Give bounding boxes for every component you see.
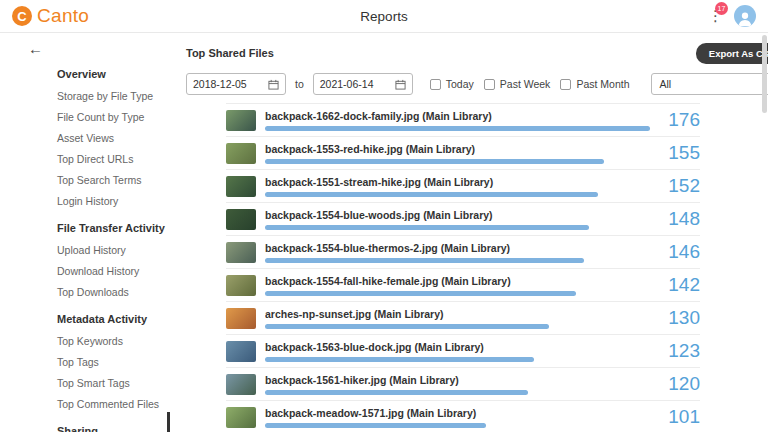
- share-count-value: 123: [650, 340, 700, 362]
- sidebar-item-label: Top Downloads: [57, 286, 129, 298]
- shared-files-list: backpack-1662-dock-family.jpg (Main Libr…: [226, 103, 700, 432]
- sidebar-item-file-count-by-type[interactable]: File Count by Type: [57, 106, 170, 127]
- sidebar-item-asset-views[interactable]: Asset Views: [57, 127, 170, 148]
- file-thumbnail: [226, 407, 256, 428]
- export-csv-button[interactable]: Export As CSV: [696, 43, 768, 64]
- back-arrow-icon[interactable]: ←: [28, 41, 44, 57]
- section-title: Top Shared Files: [186, 47, 274, 59]
- sidebar-item-label: Top Tags: [57, 356, 99, 368]
- sidebar-item-label: Top Smart Tags: [57, 377, 130, 389]
- share-count-value: 146: [650, 241, 700, 263]
- table-row[interactable]: backpack-1554-fall-hike-female.jpg (Main…: [226, 269, 700, 302]
- file-thumbnail: [226, 374, 256, 395]
- file-name: backpack-1554-fall-hike-female.jpg (Main…: [265, 275, 650, 287]
- file-thumbnail: [226, 308, 256, 329]
- checkbox-box[interactable]: [484, 79, 495, 90]
- kebab-menu-icon[interactable]: ⋮ 17: [708, 7, 720, 25]
- file-name: backpack-1563-blue-dock.jpg (Main Librar…: [265, 341, 650, 353]
- sidebar-nav: OverviewStorage by File TypeFile Count b…: [57, 68, 170, 432]
- sidebar-item-label: Upload History: [57, 244, 126, 256]
- share-count-value: 142: [650, 274, 700, 296]
- share-count-bar: [265, 192, 598, 197]
- canto-logo-text: Canto: [37, 5, 89, 27]
- share-count-value: 148: [650, 208, 700, 230]
- calendar-icon: [268, 79, 279, 90]
- date-range-to-label: to: [295, 78, 304, 90]
- file-thumbnail: [226, 143, 256, 164]
- share-count-bar: [265, 291, 576, 296]
- file-name: backpack-1554-blue-thermos-2.jpg (Main L…: [265, 242, 650, 254]
- share-count-value: 152: [650, 175, 700, 197]
- share-count-bar: [265, 159, 604, 164]
- table-row[interactable]: backpack-1554-blue-woods.jpg (Main Libra…: [226, 203, 700, 236]
- sidebar-item-label: Top Commented Files: [57, 398, 159, 410]
- sidebar-item-top-commented-files[interactable]: Top Commented Files: [57, 393, 170, 414]
- share-count-value: 155: [650, 142, 700, 164]
- file-name: backpack-1561-hiker.jpg (Main Library): [265, 374, 650, 386]
- sidebar-item-top-keywords[interactable]: Top Keywords: [57, 330, 170, 351]
- avatar[interactable]: [734, 5, 756, 27]
- file-thumbnail: [226, 242, 256, 263]
- checkbox-label: Today: [446, 78, 474, 90]
- file-thumbnail: [226, 176, 256, 197]
- file-thumbnail: [226, 209, 256, 230]
- sidebar-section-title-sharing: Sharing: [57, 425, 170, 432]
- quick-range-checkboxes: TodayPast WeekPast Month: [422, 78, 630, 90]
- checkbox-past-week[interactable]: Past Week: [484, 78, 551, 90]
- table-row[interactable]: backpack-1551-stream-hike.jpg (Main Libr…: [226, 170, 700, 203]
- table-row[interactable]: backpack-1553-red-hike.jpg (Main Library…: [226, 137, 700, 170]
- checkbox-box[interactable]: [560, 79, 571, 90]
- sidebar-item-download-history[interactable]: Download History: [57, 260, 170, 281]
- table-row[interactable]: backpack-1563-blue-dock.jpg (Main Librar…: [226, 335, 700, 368]
- sidebar-item-label: Asset Views: [57, 132, 114, 144]
- table-row[interactable]: backpack-1561-hiker.jpg (Main Library)12…: [226, 368, 700, 401]
- sidebar-item-top-smart-tags[interactable]: Top Smart Tags: [57, 372, 170, 393]
- sidebar-item-top-tags[interactable]: Top Tags: [57, 351, 170, 372]
- table-row[interactable]: backpack-1554-blue-thermos-2.jpg (Main L…: [226, 236, 700, 269]
- file-name: backpack-1551-stream-hike.jpg (Main Libr…: [265, 176, 650, 188]
- share-count-bar: [265, 126, 650, 131]
- top-bar: C Canto Reports ⋮ 17: [0, 0, 768, 33]
- share-count-bar: [265, 225, 589, 230]
- share-count-bar: [265, 357, 534, 362]
- checkbox-past-month[interactable]: Past Month: [560, 78, 629, 90]
- file-name: arches-np-sunset.jpg (Main Library): [265, 308, 650, 320]
- date-from-input[interactable]: 2018-12-05: [186, 73, 286, 95]
- share-count-value: 130: [650, 307, 700, 329]
- file-name: backpack-1662-dock-family.jpg (Main Libr…: [265, 110, 650, 122]
- sidebar-item-top-downloads[interactable]: Top Downloads: [57, 281, 170, 302]
- share-count-bar: [265, 390, 528, 395]
- canto-logo[interactable]: C Canto: [12, 5, 89, 27]
- table-row[interactable]: backpack-meadow-1571.jpg (Main Library)1…: [226, 401, 700, 432]
- sidebar-section-title-metadata-activity: Metadata Activity: [57, 313, 170, 325]
- sidebar-section-title-overview: Overview: [57, 68, 170, 80]
- main-content: Top Shared Files Export As CSV 2018-12-0…: [170, 33, 768, 432]
- filter-dropdown-value: All: [660, 78, 672, 90]
- table-row[interactable]: backpack-1662-dock-family.jpg (Main Libr…: [226, 104, 700, 137]
- sidebar-section-title-file-transfer-activity: File Transfer Activity: [57, 222, 170, 234]
- filter-bar: 2018-12-05 to 2021-06-14 TodayPast: [186, 73, 768, 95]
- date-to-input[interactable]: 2021-06-14: [313, 73, 413, 95]
- share-count-value: 101: [650, 406, 700, 428]
- checkbox-box[interactable]: [430, 79, 441, 90]
- sidebar: ← OverviewStorage by File TypeFile Count…: [0, 33, 170, 432]
- sidebar-item-label: Storage by File Type: [57, 90, 153, 102]
- sidebar-item-upload-history[interactable]: Upload History: [57, 239, 170, 260]
- share-count-bar: [265, 258, 584, 263]
- vertical-scrollbar[interactable]: [762, 33, 767, 432]
- checkbox-today[interactable]: Today: [430, 78, 474, 90]
- file-thumbnail: [226, 110, 256, 131]
- canto-logo-icon: C: [12, 6, 32, 26]
- checkbox-label: Past Month: [576, 78, 629, 90]
- sidebar-item-label: Top Keywords: [57, 335, 123, 347]
- filter-dropdown[interactable]: All ▼: [651, 73, 768, 95]
- table-row[interactable]: arches-np-sunset.jpg (Main Library)130: [226, 302, 700, 335]
- page-title: Reports: [0, 9, 768, 24]
- scrollbar-thumb[interactable]: [762, 35, 767, 113]
- sidebar-item-top-search-terms[interactable]: Top Search Terms: [57, 169, 170, 190]
- sidebar-item-top-direct-urls[interactable]: Top Direct URLs: [57, 148, 170, 169]
- sidebar-item-label: Download History: [57, 265, 139, 277]
- date-from-value: 2018-12-05: [193, 78, 247, 90]
- sidebar-item-storage-by-file-type[interactable]: Storage by File Type: [57, 85, 170, 106]
- sidebar-item-login-history[interactable]: Login History: [57, 190, 170, 211]
